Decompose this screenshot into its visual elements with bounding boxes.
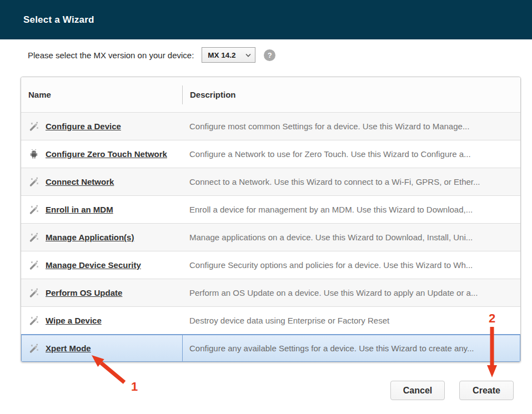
wizard-description: Configure a Network to use for Zero Touc… [182,140,520,168]
table-row[interactable]: Wipe a DeviceDestroy device data using E… [21,306,520,334]
table-row[interactable]: Configure Zero Touch NetworkConfigure a … [21,140,520,168]
wand-icon [28,204,39,215]
wizard-name-cell: Manage Device Security [21,251,182,279]
wizard-name-link[interactable]: Manage Device Security [46,260,141,270]
table-row[interactable]: Connect NetworkConnect to a Network. Use… [21,168,520,195]
wizard-name-link[interactable]: Perform OS Update [46,288,122,297]
wizard-table-header: Name Description [21,77,520,112]
wizard-name-link[interactable]: Configure a Device [46,122,121,131]
wizard-description: Perform an OS Update on a device. Use th… [182,279,520,306]
column-header-name: Name [21,90,182,99]
wizard-description: Manage applications on a device. Use thi… [182,224,520,251]
wand-icon [28,176,39,188]
wizard-name-cell: Enroll in an MDM [21,196,182,223]
create-button[interactable]: Create [459,381,514,400]
wizard-name-link[interactable]: Xpert Mode [46,344,91,353]
wizard-name-link[interactable]: Manage Application(s) [46,233,134,242]
wizard-name-cell: Manage Application(s) [21,224,182,251]
chevron-down-icon [245,53,251,57]
table-row[interactable]: Manage Application(s)Manage applications… [21,223,520,251]
mx-version-select[interactable]: MX 14.2 [202,47,255,63]
wizard-description: Configure most common Settings for a dev… [182,113,520,140]
table-row[interactable]: Configure a DeviceConfigure most common … [21,112,520,140]
wizard-description: Configure any available Settings for a d… [182,335,520,362]
wand-icon [28,287,39,299]
wizard-table: Name Description Configure a DeviceConfi… [21,77,521,362]
column-header-description: Description [182,85,520,104]
dialog-titlebar: Select a Wizard [0,0,532,39]
table-row[interactable]: Perform OS UpdatePerform an OS Update on… [21,279,520,306]
wizard-name-link[interactable]: Wipe a Device [46,316,102,325]
wizard-description: Configure Security options and policies … [182,251,520,279]
wizard-description: Enroll a device for management by an MDM… [182,196,520,223]
wizard-name-cell: Connect Network [21,168,182,195]
table-row[interactable]: Xpert ModeConfigure any available Settin… [21,334,520,362]
wizard-description: Destroy device data using Enterprise or … [182,307,520,334]
wand-icon [28,343,39,354]
wizard-name-cell: Perform OS Update [21,279,182,306]
wizard-name-link[interactable]: Enroll in an MDM [46,205,113,214]
wizard-name-cell: Wipe a Device [21,307,182,334]
wizard-name-link[interactable]: Connect Network [46,177,114,186]
table-row[interactable]: Enroll in an MDMEnroll a device for mana… [21,195,520,223]
android-icon [28,149,39,160]
wizard-description: Connect to a Network. Use this Wizard to… [182,168,520,195]
wand-icon [28,315,39,326]
wizard-name-link[interactable]: Configure Zero Touch Network [46,149,167,159]
wizard-name-cell: Configure a Device [21,113,182,140]
step-1-label: 1 [131,380,138,393]
table-row[interactable]: Manage Device SecurityConfigure Security… [21,251,520,279]
wizard-name-cell: Configure Zero Touch Network [21,140,182,168]
wizard-name-cell: Xpert Mode [21,335,182,362]
help-icon[interactable]: ? [264,49,275,61]
mx-version-value: MX 14.2 [208,51,245,59]
cancel-button[interactable]: Cancel [390,381,445,400]
mx-version-row: Please select the MX version on your dev… [28,47,275,63]
wizard-table-body: Configure a DeviceConfigure most common … [21,112,520,362]
wand-icon [28,260,39,271]
wand-icon [28,121,39,132]
mx-version-label: Please select the MX version on your dev… [28,51,194,60]
wand-icon [28,232,39,243]
page-title: Select a Wizard [23,14,94,26]
select-wizard-dialog: Select a Wizard Please select the MX ver… [0,0,532,414]
